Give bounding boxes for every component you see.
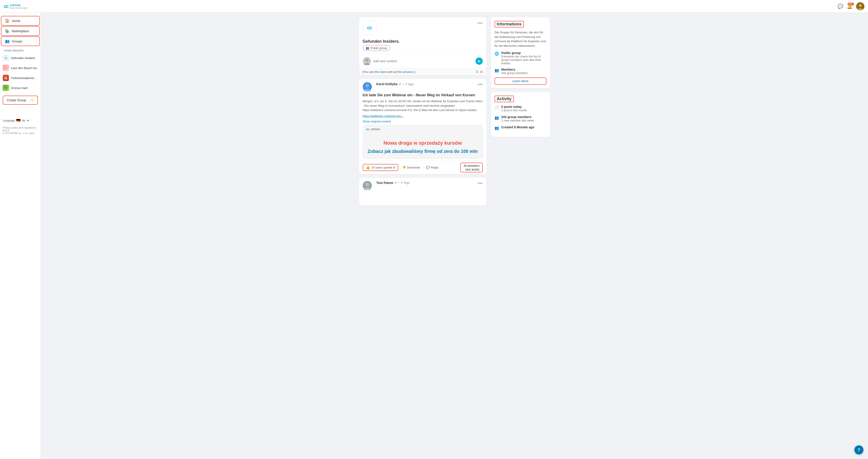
- group-avatar-grunes: 🌿: [3, 85, 9, 91]
- eula-link[interactable]: EULA: [3, 129, 9, 132]
- post-card: Karol Kieltyka ✔ • 3 Tage ••• Ich lade S…: [359, 79, 486, 174]
- latest-link[interactable]: latest: [380, 70, 387, 74]
- preview-body: Nowa droga w sprzedaży kursów Zobacz jak…: [363, 133, 483, 159]
- group-name-gefunden: Gefunden Insiders.: [11, 56, 36, 60]
- feed: cc ••• Gefunden Insiders. 👥 Public group: [359, 17, 486, 455]
- activity-members-content: 343 group members 1 new member last week: [501, 115, 534, 122]
- see-more-button[interactable]: SEE MORE: [465, 168, 479, 171]
- content-area: cc ••• Gefunden Insiders. 👥 Public group: [41, 13, 868, 459]
- second-post-card: Tom Patom ✔ • 4 Tage •••: [359, 178, 486, 205]
- post-send-button[interactable]: ➤: [475, 58, 483, 65]
- main-layout: 🏠 Home 🏪 Marketplace 👥 Groups YOUR GROUP…: [0, 13, 868, 459]
- second-post-body-placeholder: [359, 192, 486, 205]
- thumbs-up-icon: 👍: [366, 165, 370, 170]
- top-bar-right: 💬 🔔 999+: [838, 2, 864, 10]
- activity-posts-month: 1 post in this month: [501, 108, 527, 112]
- sidebar-footer: Privacy policy and regulations EULA © CC…: [0, 125, 41, 136]
- privacy-link[interactable]: Privacy policy and regulations: [3, 126, 36, 129]
- post-author-name: Karol Kieltyka ✔ • 3 Tage: [376, 82, 478, 86]
- sidebar: 🏠 Home 🏪 Marketplace 👥 Groups YOUR GROUP…: [0, 13, 41, 459]
- preview-logo: cc ccfound: [366, 127, 479, 131]
- messages-button[interactable]: 💬: [838, 4, 843, 9]
- second-post-user-section: Tom Patom ✔ • 4 Tage: [363, 181, 478, 190]
- latest-notice-text: [You see the latest with all the answers…: [363, 70, 415, 74]
- post-link[interactable]: https://webinar1.ccfound.com...: [359, 114, 486, 120]
- new-post-area: ➤: [359, 54, 486, 68]
- activity-members-row: 👥 343 group members 1 new member last we…: [495, 115, 547, 122]
- logo[interactable]: cc ccfound brain search engine: [4, 3, 28, 9]
- sidebar-item-groups[interactable]: 👥 Groups: [1, 36, 40, 46]
- svg-point-10: [366, 183, 369, 186]
- activity-new-member: 1 new member last week: [501, 119, 534, 122]
- sidebar-group-gefunden[interactable]: cc Gefunden Insiders.: [0, 53, 41, 63]
- flag-icon: 🇩🇪: [16, 118, 21, 123]
- preview-headline: Nowa droga w sprzedaży kursów: [368, 140, 478, 146]
- public-group-label: Public group: [371, 46, 387, 50]
- avatar[interactable]: [856, 2, 864, 10]
- post-title: Ich lade Sie zum Webinar ein - Neuer Weg…: [359, 93, 486, 99]
- activity-posts-row: 📄 0 posts today 1 post in this month: [495, 105, 547, 112]
- logo-sub: brain search engine: [9, 7, 28, 9]
- group-info: Gefunden Insiders. 👥 Public group: [359, 39, 486, 54]
- groups-icon: 👥: [5, 39, 9, 43]
- home-icon: 🏠: [5, 19, 9, 23]
- sidebar-group-grunes[interactable]: 🌿 Grünes Hanf: [0, 83, 41, 93]
- learn-more-button[interactable]: Learn More: [495, 77, 547, 85]
- activity-posts-content: 0 posts today 1 post in this month: [501, 105, 527, 112]
- downvote-icon: 👎: [402, 166, 406, 169]
- post-preview-card: cc ccfound Nowa droga w sprzedaży kursów…: [363, 125, 483, 159]
- activity-created: Created 8 Monate ago: [501, 125, 534, 129]
- sidebar-item-home-label: Home: [12, 19, 20, 23]
- public-group-badge: 👥 Public group: [363, 45, 390, 51]
- show-original-btn[interactable]: Show original content: [359, 120, 395, 125]
- notifications-button[interactable]: 🔔 999+: [847, 4, 852, 9]
- preview-logo-text: ccfound: [370, 128, 379, 131]
- group-name-lass: Lass den Bauch los.: [11, 66, 37, 70]
- second-post-options-button[interactable]: •••: [478, 181, 483, 186]
- new-post-input[interactable]: [373, 59, 473, 63]
- logo-name: ccfound: [9, 3, 28, 7]
- sidebar-group-turkisches[interactable]: 🕌 Türkischesabenteuer.de: [0, 73, 41, 83]
- group-header-card: cc ••• Gefunden Insiders. 👥 Public group: [359, 17, 486, 75]
- activity-members-icon: 👥: [495, 116, 499, 120]
- preview-sub: Zobacz jak zbudowaliśmy firmę od zera do…: [368, 149, 478, 154]
- informations-title: Informations: [495, 21, 524, 28]
- sidebar-nav: 🏠 Home 🏪 Marketplace 👥 Groups: [0, 16, 41, 46]
- downvote-button[interactable]: 👎 Downvote: [401, 165, 422, 170]
- answers-count: 10 answers: [463, 164, 479, 167]
- answers-section: 10 answers SEE MORE: [460, 163, 483, 172]
- sidebar-item-home[interactable]: 🏠 Home: [1, 16, 40, 26]
- notification-badge: 999+: [847, 3, 854, 5]
- group-options-button[interactable]: •••: [478, 21, 483, 26]
- answers-link[interactable]: answers: [403, 70, 413, 74]
- left-actions: 👍 16 users upvote it! 👎 Downvote 💬 Reply: [363, 164, 440, 171]
- second-verified-icon: ✔: [395, 181, 397, 185]
- help-button[interactable]: ?: [855, 446, 864, 455]
- calendar-icon: 👥: [495, 126, 499, 130]
- public-group-desc: Everyone can check the list of group mem…: [501, 55, 547, 65]
- copyright: © CCFOUND sp. z o.o. sp.k.: [3, 132, 35, 134]
- activity-title: Activity: [495, 96, 514, 102]
- svg-point-1: [859, 4, 862, 7]
- people-icon: 👥: [366, 46, 369, 50]
- activity-card: Activity 📄 0 posts today 1 post in this …: [491, 92, 550, 137]
- post-user-avatar: [363, 82, 372, 91]
- top-bar-left: cc ccfound brain search engine: [4, 3, 28, 9]
- sidebar-item-marketplace[interactable]: 🏪 Marketplace: [1, 26, 40, 36]
- members-count: 343 group members: [501, 71, 528, 75]
- group-avatar-lass: 💪: [3, 65, 9, 71]
- upvotes-count: 16 users upvote it!: [371, 166, 396, 169]
- post-time-separator: •: [403, 83, 404, 86]
- preview-logo-icon: cc: [366, 127, 369, 131]
- create-group-label: Create Group: [7, 98, 26, 102]
- activity-members-count: 343 group members: [501, 115, 534, 119]
- create-group-button[interactable]: Create Group ✨: [3, 96, 38, 105]
- reply-button[interactable]: 💬 Reply: [424, 165, 440, 170]
- post-time: 3 Tage: [405, 83, 414, 86]
- sidebar-group-lass[interactable]: 💪 Lass den Bauch los.: [0, 63, 41, 73]
- chevron-down-icon: ▼: [27, 119, 29, 122]
- post-options-button[interactable]: •••: [478, 82, 483, 87]
- post-actions: 👍 16 users upvote it! 👎 Downvote 💬 Reply: [359, 161, 486, 174]
- reply-icon: 💬: [426, 166, 430, 169]
- language-selector[interactable]: Language 🇩🇪 de ▼: [0, 117, 41, 125]
